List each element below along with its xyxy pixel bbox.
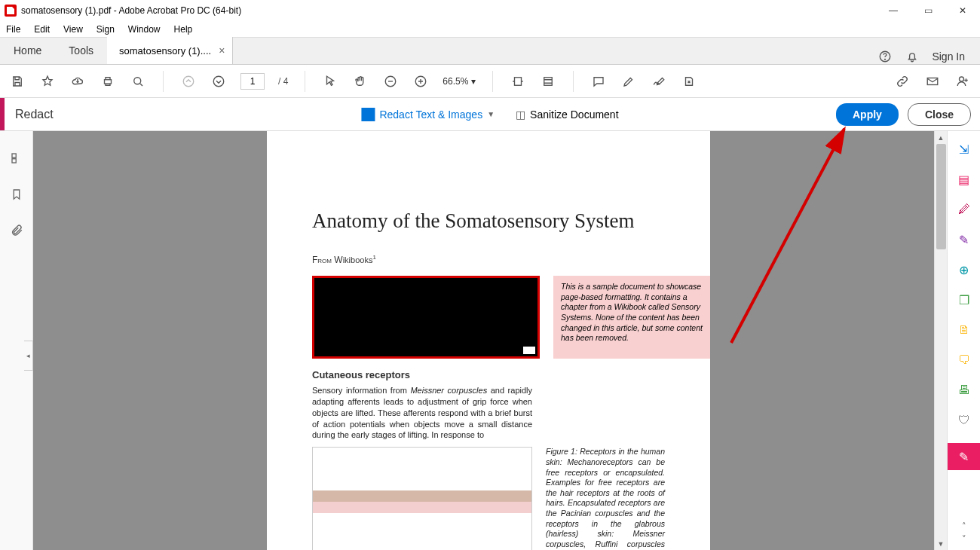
print-icon[interactable] [100,73,116,90]
attachment-icon[interactable] [9,223,24,238]
cloud-icon[interactable] [69,73,86,90]
sign-icon[interactable] [651,73,667,90]
menu-edit[interactable]: Edit [34,24,50,35]
main-area: ◂ Anatomy of the Somatosensory System Fr… [0,131,980,550]
pdf-page: Anatomy of the Somatosensory System From… [267,131,710,550]
mail-icon[interactable] [924,73,941,90]
svg-point-4 [183,76,194,87]
left-panel: ◂ [0,131,33,550]
hand-icon[interactable] [352,73,369,90]
share-user-icon[interactable] [954,73,971,90]
page-up-icon[interactable] [180,73,197,90]
zoom-in-icon[interactable] [412,73,429,90]
sign-in-link[interactable]: Sign In [932,50,965,63]
sign-doc-icon[interactable]: ✎ [957,232,972,247]
chevron-down-icon: ▾ [471,76,476,87]
close-button[interactable]: Close [908,103,971,126]
document-tab-label: somatosensory (1).... [119,45,211,57]
svg-rect-13 [12,159,16,163]
tab-tools[interactable]: Tools [55,37,107,64]
close-tab-icon[interactable]: × [219,44,225,57]
svg-rect-9 [544,77,553,85]
expand-left-panel[interactable]: ◂ [24,341,33,371]
note-icon[interactable]: 🗨 [957,353,972,368]
redact-toolbar: Redact Redact Text & Images ▼ ◫ Sanitize… [0,98,980,131]
fit-page-icon[interactable] [540,73,556,90]
svg-point-3 [134,77,141,84]
create-pdf-icon[interactable]: ▤ [957,172,972,187]
help-icon[interactable] [877,49,893,64]
protect-icon[interactable]: 🛡 [957,413,972,428]
close-window-button[interactable]: ✕ [945,0,980,21]
tab-bar: Home Tools somatosensory (1).... × Sign … [0,38,980,65]
stamp-icon[interactable] [681,73,697,90]
svg-rect-12 [12,154,16,157]
document-viewport[interactable]: Anatomy of the Somatosensory System From… [33,131,934,550]
zoom-out-icon[interactable] [382,73,399,90]
edit-pdf-icon[interactable]: 🖉 [957,202,972,217]
title-bar: somatosensory (1).pdf - Adobe Acrobat Pr… [0,0,980,21]
svg-rect-2 [105,79,112,83]
page-number-input[interactable] [240,73,265,90]
comment-icon[interactable] [590,73,607,90]
scroll-thumb[interactable] [936,144,946,249]
page-down-icon[interactable] [210,73,227,90]
export-pdf-icon[interactable]: ⇲ [957,142,972,157]
right-tools-panel: ⇲ ▤ 🖉 ✎ ⊕ ❐ 🗎 🗨 🖶 🛡 ✎ ˄ ˅ [947,131,980,550]
figure-image [312,447,532,550]
tools-scroll-up-icon[interactable]: ˄ [960,520,968,533]
svg-point-11 [960,77,964,81]
bell-icon[interactable] [905,49,920,64]
fit-width-icon[interactable] [510,73,526,90]
thumbnails-icon[interactable] [9,151,24,166]
scroll-track[interactable] [935,144,947,537]
scroll-down-icon[interactable]: ▼ [935,537,947,550]
maximize-button[interactable]: ▭ [911,0,945,21]
main-toolbar: / 4 66.5%▾ [0,65,980,98]
menu-bar: File Edit View Sign Window Help [0,21,980,38]
page-source: From Wikibooks1 [312,254,665,265]
menu-file[interactable]: File [6,24,20,35]
separator [163,71,164,92]
zoom-select[interactable]: 66.5%▾ [443,76,476,87]
menu-view[interactable]: View [63,24,83,35]
combine-icon[interactable]: ⊕ [957,262,972,277]
pointer-icon[interactable] [322,73,338,90]
search-icon[interactable] [130,73,146,90]
zoom-value: 66.5% [443,76,468,87]
sanitize-document[interactable]: ◫ Sanitize Document [516,108,619,121]
redaction-mark[interactable] [312,276,540,359]
page-total: / 4 [278,76,288,87]
star-icon[interactable] [39,73,56,90]
organize-icon[interactable]: ❐ [957,292,972,307]
save-icon[interactable] [9,73,26,90]
vertical-scrollbar[interactable]: ▲ ▼ [934,131,947,550]
compress-icon[interactable]: 🗎 [957,322,972,338]
minimize-button[interactable]: — [876,0,911,21]
tab-home[interactable]: Home [0,37,55,64]
sanitize-label: Sanitize Document [530,108,619,121]
separator [305,71,305,92]
menu-window[interactable]: Window [128,24,161,35]
separator [492,71,493,92]
menu-help[interactable]: Help [174,24,193,35]
highlight-icon[interactable] [620,73,637,90]
scroll-up-icon[interactable]: ▲ [935,131,947,144]
tools-scroll-down-icon[interactable]: ˅ [960,533,968,545]
print-tool-icon[interactable]: 🖶 [957,383,972,398]
redact-text-images[interactable]: Redact Text & Images ▼ [361,108,495,121]
redact-tool-active[interactable]: ✎ [948,443,980,470]
document-tab[interactable]: somatosensory (1).... × [107,37,233,64]
menu-sign[interactable]: Sign [96,24,115,35]
body-paragraph: Sensory information from Meissner corpus… [312,385,532,441]
svg-rect-8 [515,77,522,85]
app-icon [5,5,17,17]
bookmark-icon[interactable] [9,187,24,202]
figure-caption: Figure 1: Receptors in the human skin: M… [546,447,665,550]
svg-point-1 [885,59,886,60]
apply-button[interactable]: Apply [836,103,899,126]
svg-point-5 [213,76,224,87]
sanitize-icon: ◫ [516,108,525,121]
link-icon[interactable] [894,73,911,90]
redact-title: Redact [5,108,54,121]
